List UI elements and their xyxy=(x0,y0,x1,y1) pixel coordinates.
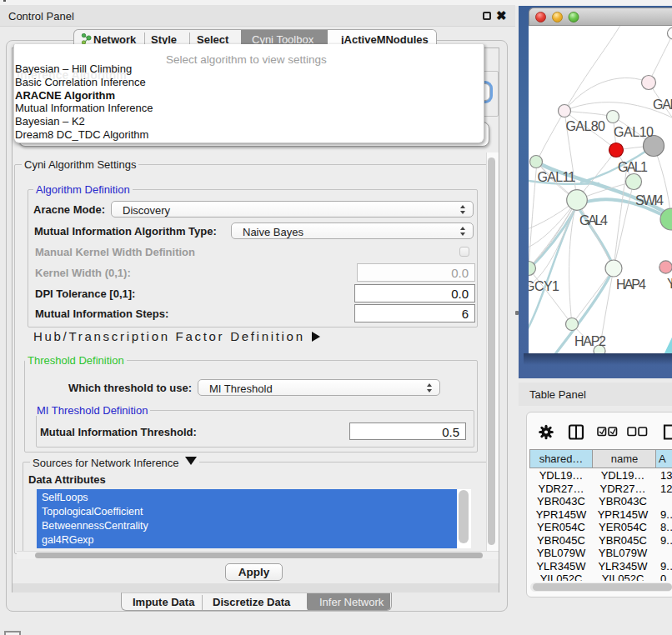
svg-text:GAL10: GAL10 xyxy=(614,125,654,139)
svg-text:HAP2: HAP2 xyxy=(574,334,606,348)
svg-text:SWI4: SWI4 xyxy=(635,193,664,208)
svg-text:GAL4: GAL4 xyxy=(579,213,608,228)
svg-text:GAL11: GAL11 xyxy=(538,170,576,184)
svg-text:HAP4: HAP4 xyxy=(616,278,646,292)
svg-text:GAL1: GAL1 xyxy=(618,160,648,174)
svg-text:YBR…: YBR… xyxy=(667,277,672,291)
svg-text:GCY1: GCY1 xyxy=(529,279,559,293)
svg-text:GAL7: GAL7 xyxy=(653,98,672,112)
svg-text:GAL80: GAL80 xyxy=(566,119,606,133)
